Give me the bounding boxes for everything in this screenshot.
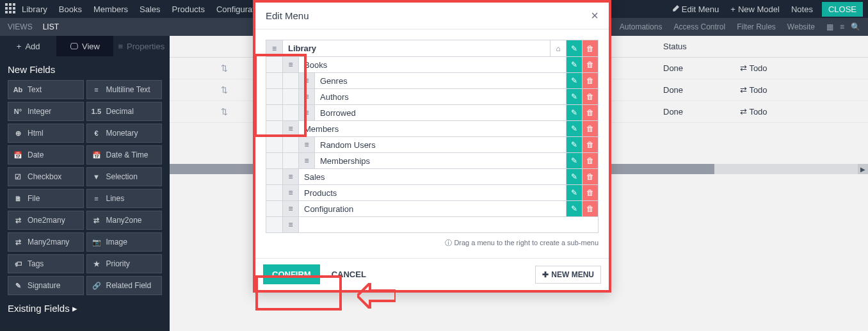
tree-row: ≡Memberships✎🗑 xyxy=(266,152,598,168)
drag-handle-icon[interactable]: ≡ xyxy=(298,153,314,168)
delete-icon[interactable]: 🗑 xyxy=(582,57,598,72)
edit-icon[interactable]: ✎ xyxy=(566,201,582,216)
drag-handle-icon[interactable]: ≡ xyxy=(282,201,298,216)
modal-title: Edit Menu xyxy=(266,10,309,21)
edit-icon[interactable]: ✎ xyxy=(566,185,582,200)
delete-icon[interactable]: 🗑 xyxy=(582,105,598,120)
delete-icon[interactable]: 🗑 xyxy=(582,201,598,216)
edit-icon[interactable]: ✎ xyxy=(566,169,582,184)
menu-label[interactable]: Random Users xyxy=(314,137,566,152)
tree-row: ≡Borrowed✎🗑 xyxy=(266,104,598,120)
edit-icon[interactable]: ✎ xyxy=(566,73,582,88)
delete-icon[interactable]: 🗑 xyxy=(582,121,598,136)
tree-row: ≡Random Users✎🗑 xyxy=(266,136,598,152)
delete-icon[interactable]: 🗑 xyxy=(582,169,598,184)
delete-icon[interactable]: 🗑 xyxy=(582,185,598,200)
menu-label[interactable]: Genres xyxy=(314,73,566,88)
delete-icon[interactable]: 🗑 xyxy=(582,89,598,104)
home-icon: ⌂ xyxy=(550,40,566,56)
delete-icon[interactable]: 🗑 xyxy=(582,73,598,88)
drag-handle-icon[interactable]: ≡ xyxy=(282,121,298,136)
tree-row: ≡Books✎🗑 xyxy=(266,56,598,72)
edit-menu-modal: Edit Menu × ≡Library⌂✎🗑≡Books✎🗑≡Genres✎🗑… xyxy=(253,0,611,293)
menu-label[interactable] xyxy=(298,217,598,232)
plus-icon: ✚ xyxy=(542,270,549,279)
menu-label[interactable]: Library xyxy=(282,40,550,56)
delete-icon[interactable]: 🗑 xyxy=(582,40,598,56)
modal-close-icon[interactable]: × xyxy=(591,8,599,23)
menu-label[interactable]: Memberships xyxy=(314,153,566,168)
menu-label[interactable]: Books xyxy=(298,57,566,72)
cancel-button[interactable]: CANCEL xyxy=(323,264,375,284)
edit-icon[interactable]: ✎ xyxy=(566,57,582,72)
edit-icon[interactable]: ✎ xyxy=(566,137,582,152)
tree-row: ≡ xyxy=(266,216,598,232)
edit-icon[interactable]: ✎ xyxy=(566,105,582,120)
menu-tree: ≡Library⌂✎🗑≡Books✎🗑≡Genres✎🗑≡Authors✎🗑≡B… xyxy=(266,40,599,233)
drag-handle-icon[interactable]: ≡ xyxy=(298,73,314,88)
drag-handle-icon[interactable]: ≡ xyxy=(282,169,298,184)
menu-label[interactable]: Sales xyxy=(298,169,566,184)
drag-handle-icon[interactable]: ≡ xyxy=(282,185,298,200)
tree-row: ≡Members✎🗑 xyxy=(266,120,598,136)
tree-row: ≡Genres✎🗑 xyxy=(266,72,598,88)
delete-icon[interactable]: 🗑 xyxy=(582,137,598,152)
edit-icon[interactable]: ✎ xyxy=(566,40,582,56)
tree-row: ≡Sales✎🗑 xyxy=(266,168,598,184)
drag-handle-icon[interactable]: ≡ xyxy=(298,137,314,152)
tree-row: ≡Configuration✎🗑 xyxy=(266,200,598,216)
tree-row: ≡Products✎🗑 xyxy=(266,184,598,200)
tree-row: ≡Authors✎🗑 xyxy=(266,88,598,104)
drag-handle-icon[interactable]: ≡ xyxy=(282,217,298,232)
drag-handle-icon[interactable]: ≡ xyxy=(298,89,314,104)
new-menu-button[interactable]: ✚NEW MENU xyxy=(535,266,601,284)
edit-icon[interactable]: ✎ xyxy=(566,153,582,168)
drag-handle-icon[interactable]: ≡ xyxy=(298,105,314,120)
tree-row: ≡Library⌂✎🗑 xyxy=(266,40,598,56)
menu-label[interactable]: Borrowed xyxy=(314,105,566,120)
edit-icon[interactable]: ✎ xyxy=(566,89,582,104)
edit-icon[interactable]: ✎ xyxy=(566,121,582,136)
info-icon: ⓘ xyxy=(445,239,452,246)
confirm-button[interactable]: CONFIRM xyxy=(263,264,320,284)
menu-label[interactable]: Configuration xyxy=(298,201,566,216)
drag-handle-icon[interactable]: ≡ xyxy=(282,57,298,72)
drag-handle-icon[interactable]: ≡ xyxy=(266,40,282,56)
menu-label[interactable]: Members xyxy=(298,121,566,136)
menu-label[interactable]: Authors xyxy=(314,89,566,104)
delete-icon[interactable]: 🗑 xyxy=(582,153,598,168)
menu-label[interactable]: Products xyxy=(298,185,566,200)
hint-text: ⓘ Drag a menu to the right to create a s… xyxy=(266,238,599,248)
